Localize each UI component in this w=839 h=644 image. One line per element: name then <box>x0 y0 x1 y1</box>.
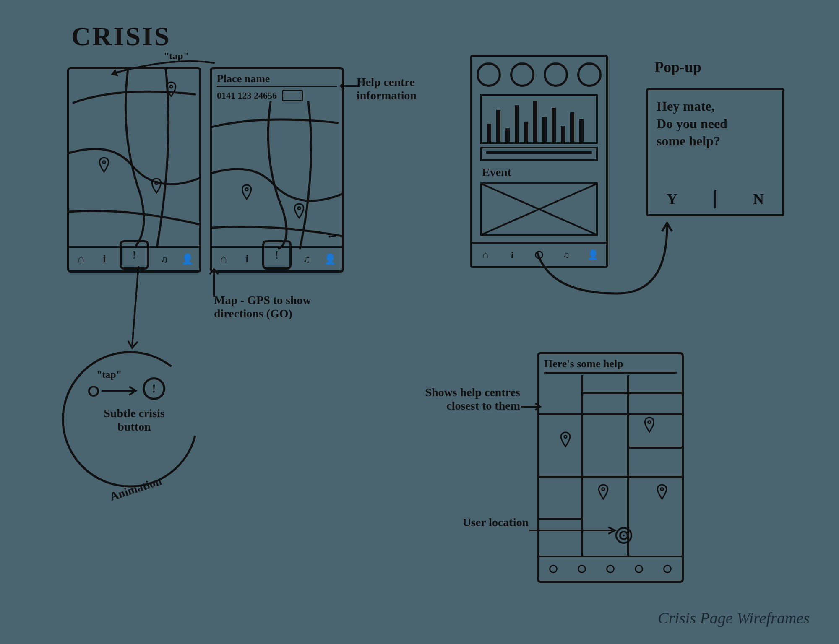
arrow-map-gps <box>206 268 222 298</box>
home-icon: ⌂ <box>78 253 84 265</box>
page-title: CRISIS <box>71 21 171 52</box>
annotation-popup: Pop-up <box>654 59 701 76</box>
nav-dot[interactable] <box>635 565 643 573</box>
home-icon: ⌂ <box>482 249 488 261</box>
popup-no-button[interactable]: N <box>753 190 764 208</box>
help-header: Here's some help <box>544 358 677 374</box>
arrow-user-location <box>529 526 617 535</box>
map-sketch <box>212 102 342 249</box>
popup-dialog: Hey mate, Do you need some help? Y N <box>646 88 784 216</box>
tab-music[interactable]: ♫ <box>156 251 172 267</box>
story-circle[interactable] <box>577 62 602 87</box>
arrow-to-popup <box>533 218 675 302</box>
crisis-button-large-state: ! <box>143 377 165 400</box>
crisis-button[interactable]: ! <box>120 240 149 270</box>
map-pin-icon[interactable] <box>657 484 667 499</box>
info-icon: i <box>245 253 248 265</box>
user-location-icon <box>615 526 633 545</box>
svg-point-1 <box>103 161 105 163</box>
nav-dot[interactable] <box>578 565 586 573</box>
annotation-help-centre-info: Help centre information <box>357 75 457 102</box>
map-pin-icon[interactable] <box>598 484 609 499</box>
nav-dot[interactable] <box>663 565 672 573</box>
crisis-button-small-state <box>88 386 99 397</box>
tab-home[interactable]: ⌂ <box>215 251 232 267</box>
event-label: Event <box>482 166 511 179</box>
tab-home[interactable]: ⌂ <box>477 247 494 263</box>
dashboard-slider[interactable] <box>480 147 598 161</box>
svg-point-8 <box>564 435 567 438</box>
svg-point-0 <box>170 85 172 88</box>
svg-point-11 <box>661 488 663 490</box>
map-sketch <box>69 69 199 245</box>
svg-point-4 <box>298 207 300 209</box>
svg-point-9 <box>648 421 651 423</box>
arrow-help-info <box>340 82 361 90</box>
svg-point-10 <box>602 488 604 490</box>
tab-bar: ⌂ i ! ♫ 👤 <box>212 246 342 270</box>
tab-info[interactable]: i <box>96 251 113 267</box>
annotation-subtle-button: Subtle crisis button <box>92 407 176 434</box>
place-header: Place name 0141 123 24656 <box>217 73 337 101</box>
screen-place-detail: Place name 0141 123 24656 ← ⌂ i ! ♫ 👤 <box>210 67 344 273</box>
info-icon: i <box>511 249 514 261</box>
nav-dot[interactable] <box>606 565 615 573</box>
map-pin-icon[interactable] <box>241 184 252 200</box>
tab-bar-dots <box>539 556 682 581</box>
divider <box>714 190 716 208</box>
tab-music[interactable]: ♫ <box>298 251 315 267</box>
tab-profile[interactable]: 👤 <box>322 251 339 267</box>
map-pin-icon[interactable] <box>151 178 162 193</box>
story-circle[interactable] <box>510 62 534 87</box>
crisis-button[interactable]: ! <box>262 240 292 270</box>
annotation-map-gps: Map - GPS to show directions (GO) <box>214 293 344 320</box>
svg-point-2 <box>155 182 158 184</box>
story-row <box>472 62 606 87</box>
svg-point-14 <box>623 535 625 536</box>
annotation-shows-centres: Shows help centres closest to them <box>420 386 520 413</box>
map-pin-icon[interactable] <box>294 203 305 218</box>
map-pin-icon[interactable] <box>560 432 571 447</box>
popup-text: Hey mate, Do you need some help? <box>657 98 774 150</box>
nav-dot[interactable] <box>549 565 558 573</box>
place-phone[interactable]: 0141 123 24656 <box>217 90 277 101</box>
person-icon: 👤 <box>181 253 194 265</box>
arrow-shows-centres <box>520 402 541 411</box>
tab-info[interactable]: i <box>504 247 521 263</box>
info-icon: i <box>103 253 106 265</box>
annotation-user-location: User location <box>453 516 529 529</box>
annotation-tap-circle: "tap" <box>96 369 122 381</box>
figure-caption: Crisis Page Wireframes <box>658 609 810 627</box>
back-arrow-icon[interactable]: ← <box>326 229 338 243</box>
home-icon: ⌂ <box>220 253 227 265</box>
tab-profile[interactable]: 👤 <box>179 251 196 267</box>
arrow-tap-to-detail <box>109 59 218 84</box>
map-pin-icon[interactable] <box>166 82 177 97</box>
arrow-to-animation <box>126 266 151 350</box>
music-icon: ♫ <box>303 254 310 265</box>
map-pin-icon[interactable] <box>99 157 109 172</box>
crisis-icon: ! <box>132 248 136 262</box>
map-pin-icon[interactable] <box>644 417 655 432</box>
tab-info[interactable]: i <box>239 251 255 267</box>
screen-crisis-map: ⌂ i ! ♫ 👤 <box>67 67 201 273</box>
popup-yes-button[interactable]: Y <box>667 190 677 208</box>
story-circle[interactable] <box>544 62 568 87</box>
person-icon: 👤 <box>324 253 336 265</box>
arrow-animation-grow <box>101 386 138 396</box>
svg-point-3 <box>245 188 248 190</box>
tab-home[interactable]: ⌂ <box>73 251 89 267</box>
crisis-icon: ! <box>275 248 279 262</box>
place-name: Place name <box>217 73 337 87</box>
call-button[interactable] <box>282 90 303 101</box>
dashboard-chart <box>480 94 598 144</box>
screen-help-map: Here's some help <box>537 352 684 583</box>
music-icon: ♫ <box>160 254 168 265</box>
story-circle[interactable] <box>477 62 501 87</box>
